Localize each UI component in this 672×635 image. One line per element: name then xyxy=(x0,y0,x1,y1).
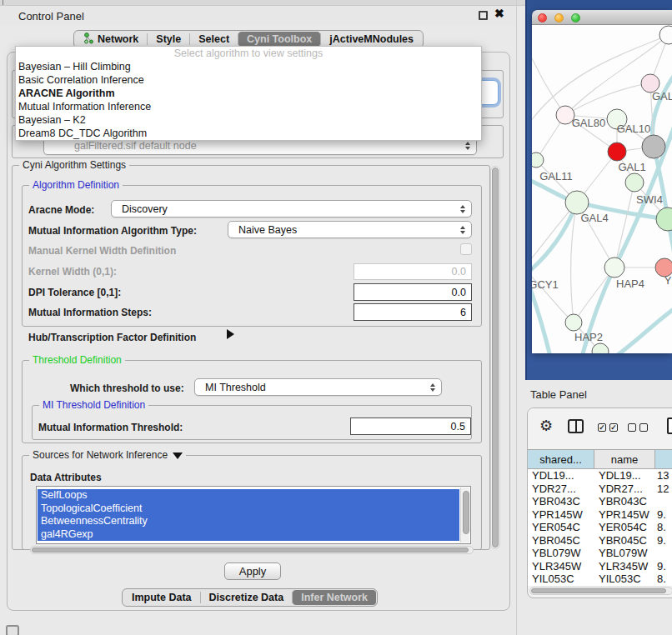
bottom-tab-discretize-data[interactable]: Discretize Data xyxy=(201,590,293,605)
float-window-icon[interactable] xyxy=(479,11,488,20)
top-strip xyxy=(0,0,525,6)
list-horizontal-scrollbar[interactable] xyxy=(30,546,474,554)
network-node[interactable] xyxy=(642,135,665,158)
gear-icon[interactable]: ⚙ xyxy=(539,418,553,433)
table-row[interactable]: YBL079WYBL079W xyxy=(528,547,672,560)
mi-steps-label: Mutual Information Steps: xyxy=(28,307,152,318)
dropdown-items: Bayesian – Hill ClimbingBasic Correlatio… xyxy=(16,60,481,140)
network-node-gal11[interactable] xyxy=(532,152,544,168)
table-hscrollbar-thumb[interactable] xyxy=(531,588,666,593)
close-traffic-light-icon[interactable] xyxy=(538,13,547,22)
table-row[interactable]: YLR345WYLR345W9. xyxy=(528,560,672,573)
table-cell: YBR043C xyxy=(528,495,594,508)
dpi-tolerance-field[interactable]: 0.0 xyxy=(354,283,472,301)
kernel-width-field[interactable]: 0.0 xyxy=(354,263,472,280)
table-row[interactable]: YBR043CYBR043C xyxy=(528,495,672,508)
dropdown-item[interactable]: Bayesian – Hill Climbing xyxy=(16,60,481,73)
table-panel-window: ⚙ ✓ ✓ shared... name YDL19...YDL19...13Y… xyxy=(527,408,672,598)
apply-button[interactable]: Apply xyxy=(224,562,281,580)
mi-algorithm-type-combobox[interactable]: Naive Bayes xyxy=(228,221,472,238)
mi-type-label: Mutual Information Algorithm Type: xyxy=(28,225,197,237)
table-panel-title: Table Panel xyxy=(530,388,587,401)
table-cell: YDL19... xyxy=(594,469,655,482)
table-cell: YBR045C xyxy=(528,534,594,548)
spinner-arrows-icon xyxy=(465,142,470,150)
tab-style[interactable]: Style xyxy=(148,32,189,47)
dropdown-item[interactable]: ARACNE Algorithm xyxy=(16,87,481,100)
attribute-list-item[interactable]: gal4RGexp xyxy=(38,528,459,542)
settings-scrollbar-thumb[interactable] xyxy=(492,168,499,548)
table-row[interactable]: YER054CYER054C8. xyxy=(528,521,672,534)
attribute-items: SelfLoopsTopologicalCoefficientBetweenne… xyxy=(38,489,459,541)
attribute-list-item[interactable]: TopologicalCoefficient xyxy=(38,502,459,516)
collapse-arrow-icon[interactable] xyxy=(173,452,183,459)
table-cell: YBR045C xyxy=(594,534,655,548)
minimize-traffic-light-icon[interactable] xyxy=(554,13,564,22)
network-node-swi4[interactable] xyxy=(656,208,672,231)
network-node-gal1[interactable] xyxy=(608,142,626,161)
tab-label: Impute Data xyxy=(132,592,192,603)
aracne-mode-label: Aracne Mode: xyxy=(28,204,94,216)
list-vertical-scrollbar[interactable] xyxy=(460,488,469,542)
document-icon[interactable] xyxy=(667,418,672,434)
columns-icon[interactable] xyxy=(568,419,584,433)
table-horizontal-scrollbar[interactable] xyxy=(529,587,672,595)
tab-select[interactable]: Select xyxy=(190,32,238,47)
network-canvas[interactable]: GALGAL80GAL10GAL1GAL11GAL4SWI4GCY1HAP4YH… xyxy=(532,25,672,353)
network-node-hap4[interactable] xyxy=(604,258,624,278)
table-row[interactable]: YDL19...YDL19...13 xyxy=(528,469,672,482)
table-row[interactable]: YPR145WYPR145W9. xyxy=(528,508,672,522)
checked-checkbox-icon[interactable]: ✓ xyxy=(609,423,618,432)
unchecked-checkbox-icon[interactable] xyxy=(628,423,636,432)
dropdown-item[interactable]: Mutual Information Inference xyxy=(16,100,481,113)
list-hscrollbar-thumb[interactable] xyxy=(32,548,469,552)
mi-threshold-field[interactable]: 0.5 xyxy=(350,418,471,435)
mi-steps-field[interactable]: 6 xyxy=(354,303,472,321)
panel-divider xyxy=(516,0,517,635)
settings-scrollbar[interactable] xyxy=(490,166,500,549)
table-row[interactable]: YBR045CYBR045C9. xyxy=(528,534,672,548)
close-icon[interactable]: ✖ xyxy=(494,7,504,20)
dropdown-item[interactable]: Basic Correlation Inference xyxy=(16,73,481,87)
mi-type-value: Naive Bayes xyxy=(238,224,297,236)
aracne-mode-combobox[interactable]: Discovery xyxy=(111,200,472,218)
node-label: HAP2 xyxy=(574,331,603,343)
settings-group-title: Cyni Algorithm Settings xyxy=(19,159,129,171)
data-attributes-list[interactable]: SelfLoopsTopologicalCoefficientBetweenne… xyxy=(36,486,471,544)
table-cell: YBL079W xyxy=(528,547,594,560)
tab-network[interactable]: Network xyxy=(75,32,147,47)
checked-checkbox-icon[interactable]: ✓ xyxy=(598,423,606,432)
kernel-width-label: Kernel Width (0,1): xyxy=(28,266,117,278)
table-row[interactable]: YIL053CYIL053C8. xyxy=(528,572,672,586)
network-node-gal4[interactable] xyxy=(565,191,589,214)
zoom-traffic-light-icon[interactable] xyxy=(571,13,580,22)
column-header-partial[interactable] xyxy=(655,450,672,468)
table-cell xyxy=(655,547,672,560)
tab-jactivemnodules[interactable]: jActiveMNodules xyxy=(321,32,422,47)
network-window-titlebar[interactable] xyxy=(532,10,672,25)
manual-kernel-label: Manual Kernel Width Definition xyxy=(28,245,176,257)
expand-arrow-icon[interactable] xyxy=(227,329,234,339)
network-node-hap2[interactable] xyxy=(565,314,582,331)
node-label: GCY1 xyxy=(532,278,559,291)
spinner-arrows-icon xyxy=(430,383,435,392)
manual-kernel-checkbox[interactable] xyxy=(460,243,472,255)
which-threshold-value: MI Threshold xyxy=(205,382,266,393)
bottom-tab-impute-data[interactable]: Impute Data xyxy=(123,590,200,605)
panel-grip-icon[interactable] xyxy=(6,625,19,635)
bottom-tab-infer-network[interactable]: Infer Network xyxy=(293,590,376,605)
column-header-shared[interactable]: shared... xyxy=(528,450,594,468)
attribute-list-item[interactable]: SelfLoops xyxy=(38,489,459,502)
hub-definition-label: Hub/Transcription Factor Definition xyxy=(28,332,196,343)
node-label: HAP4 xyxy=(616,278,644,290)
list-scrollbar-thumb[interactable] xyxy=(463,491,469,534)
network-node[interactable] xyxy=(625,173,644,192)
column-header-name[interactable]: name xyxy=(594,450,655,468)
tab-cyni-toolbox[interactable]: Cyni Toolbox xyxy=(238,32,320,47)
table-row[interactable]: YDR27...YDR27...12 xyxy=(528,482,672,496)
which-threshold-combobox[interactable]: MI Threshold xyxy=(194,378,442,396)
dropdown-item[interactable]: Dream8 DC_TDC Algorithm xyxy=(16,127,481,140)
unchecked-checkbox-icon[interactable] xyxy=(639,423,648,432)
dropdown-item[interactable]: Bayesian – K2 xyxy=(16,113,481,127)
attribute-list-item[interactable]: BetweennessCentrality xyxy=(38,515,459,528)
